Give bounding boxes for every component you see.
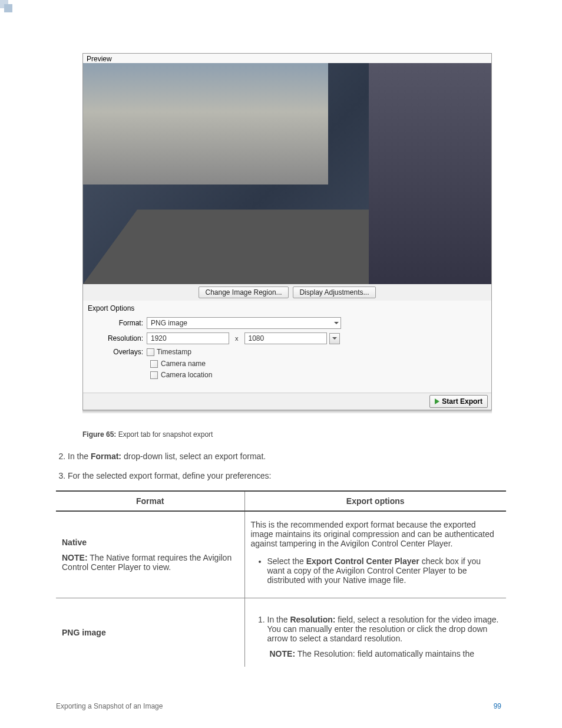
figure-caption: Figure 65: Export tab for snapshot expor… xyxy=(82,430,506,439)
native-description: This is the recommended export format be… xyxy=(251,520,501,548)
th-export-options: Export options xyxy=(244,491,506,511)
native-bullet: Select the Export Control Center Player … xyxy=(267,556,501,585)
export-dialog-screenshot: Preview Change Image Region... Display A… xyxy=(82,53,492,410)
page-number: 99 xyxy=(494,702,501,710)
native-format-title: Native xyxy=(62,538,87,547)
format-label: Format: xyxy=(88,319,147,327)
format-dropdown-value: PNG image xyxy=(151,319,187,327)
overlay-camera-name-checkbox[interactable] xyxy=(150,360,158,368)
resolution-label: Resolution: xyxy=(88,334,147,342)
format-options-table: Format Export options Native NOTE: The N… xyxy=(56,490,506,667)
native-note-prefix: NOTE: xyxy=(62,553,88,562)
th-format: Format xyxy=(56,491,244,511)
native-note-text: The Native format requires the Avigilon … xyxy=(62,553,232,572)
overlay-timestamp-checkbox[interactable] xyxy=(147,348,154,356)
change-image-region-button[interactable]: Change Image Region... xyxy=(199,286,288,298)
play-arrow-icon xyxy=(435,398,439,404)
table-row-png: PNG image In the Resolution: field, sele… xyxy=(56,598,506,667)
start-export-button[interactable]: Start Export xyxy=(429,395,488,408)
overlay-camera-location-label: Camera location xyxy=(161,371,212,379)
figure-caption-number: Figure 65: xyxy=(82,430,116,439)
preview-image xyxy=(83,63,491,284)
resolution-x-separator: x xyxy=(235,335,239,342)
start-export-label: Start Export xyxy=(442,397,482,406)
preview-group-label: Preview xyxy=(83,54,491,63)
figure-caption-text: Export tab for snapshot export xyxy=(116,430,213,439)
overlays-label: Overlays: xyxy=(88,348,147,356)
overlay-camera-location-checkbox[interactable] xyxy=(150,371,158,379)
format-dropdown[interactable]: PNG image xyxy=(147,317,341,329)
resolution-width-input[interactable]: 1920 xyxy=(147,332,229,344)
resolution-dropdown-button[interactable] xyxy=(329,333,340,344)
png-note: NOTE: The Resolution: field automaticall… xyxy=(270,649,501,658)
png-format-title: PNG image xyxy=(62,628,106,637)
resolution-height-input[interactable]: 1080 xyxy=(244,332,327,344)
table-row-native: Native NOTE: The Native format requires … xyxy=(56,511,506,598)
overlay-timestamp-label: Timestamp xyxy=(157,348,191,356)
display-adjustments-button[interactable]: Display Adjustments... xyxy=(293,286,375,298)
export-options-group-label: Export Options xyxy=(88,304,487,312)
step-2: In the Format: drop-down list, select an… xyxy=(68,450,506,463)
step-3: For the selected export format, define y… xyxy=(68,470,506,482)
instruction-list: In the Format: drop-down list, select an… xyxy=(56,450,506,482)
overlay-camera-name-label: Camera name xyxy=(161,360,206,368)
png-step-1: In the Resolution: field, select a resol… xyxy=(267,615,501,643)
chevron-down-icon xyxy=(334,322,339,324)
footer-left-text: Exporting a Snapshot of an Image xyxy=(56,702,163,710)
